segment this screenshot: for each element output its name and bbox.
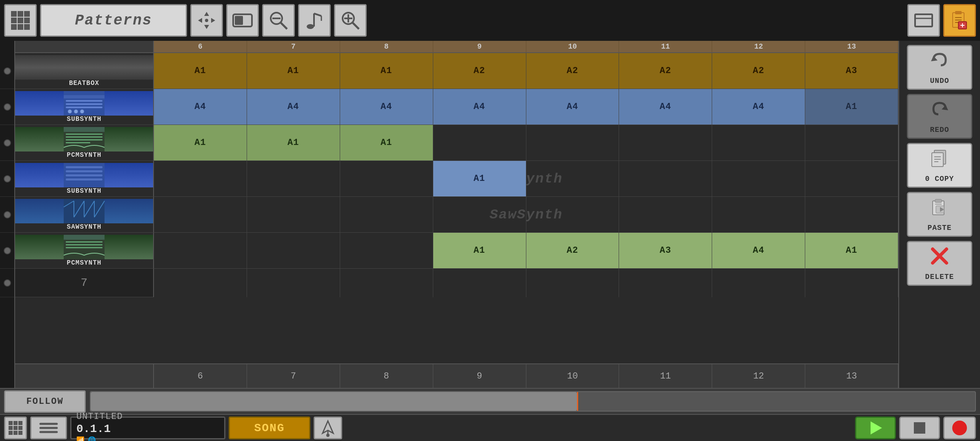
track-cell[interactable] bbox=[712, 269, 805, 297]
track-cell[interactable] bbox=[154, 197, 247, 232]
ruler-cell-7: 12 bbox=[712, 41, 805, 52]
track-content-beatbox: A1 A1 A1 A2 A2 A2 A2 A3 bbox=[154, 53, 898, 89]
track-cell[interactable] bbox=[619, 269, 712, 297]
track-cell[interactable] bbox=[526, 125, 619, 160]
track-cell[interactable]: A1 bbox=[154, 125, 247, 160]
svg-rect-65 bbox=[64, 235, 105, 240]
track-cell[interactable]: A4 bbox=[247, 89, 340, 125]
track-cell[interactable]: A3 bbox=[805, 53, 898, 89]
track-label-empty[interactable]: 7 bbox=[15, 269, 154, 297]
grid-view-button[interactable] bbox=[4, 4, 37, 37]
track-cell[interactable]: A1 bbox=[247, 53, 340, 89]
track-cell[interactable]: A2 bbox=[526, 233, 619, 268]
note-button[interactable] bbox=[298, 4, 331, 37]
stop-button[interactable] bbox=[899, 416, 940, 439]
right-panel: Undo Redo 0 COPY bbox=[898, 41, 980, 388]
track-cell[interactable] bbox=[154, 269, 247, 297]
track-cell[interactable] bbox=[433, 197, 526, 232]
track-cell[interactable] bbox=[526, 197, 619, 232]
track-cell[interactable]: A2 bbox=[433, 53, 526, 89]
move-button[interactable] bbox=[190, 4, 223, 37]
track-label-subsynth2[interactable]: SubSynth bbox=[15, 161, 154, 196]
track-cell[interactable] bbox=[712, 161, 805, 196]
track-cell[interactable] bbox=[526, 269, 619, 297]
measure-6: 6 bbox=[154, 364, 247, 388]
patterns-button[interactable]: Patterns bbox=[40, 4, 187, 37]
track-cell[interactable]: A3 bbox=[619, 233, 712, 268]
track-cell[interactable] bbox=[154, 233, 247, 268]
track-cell[interactable] bbox=[433, 269, 526, 297]
track-cell[interactable]: A1 bbox=[154, 53, 247, 89]
track-cell[interactable] bbox=[433, 125, 526, 160]
track-cell[interactable] bbox=[247, 269, 340, 297]
track-cell[interactable] bbox=[619, 161, 712, 196]
play-button[interactable] bbox=[855, 416, 896, 439]
follow-track[interactable] bbox=[90, 391, 976, 412]
track-cell[interactable] bbox=[340, 233, 433, 268]
song-editor: 6 7 8 9 10 11 12 13 bbox=[14, 41, 898, 388]
track-cell[interactable]: A4 bbox=[340, 89, 433, 125]
track-cell[interactable] bbox=[247, 197, 340, 232]
track-cell[interactable]: A1 bbox=[247, 125, 340, 160]
track-cell[interactable] bbox=[805, 161, 898, 196]
project-info[interactable]: Untitled 0.1.1 📶 🌐 bbox=[70, 416, 225, 439]
svg-rect-46 bbox=[64, 127, 105, 132]
delete-button[interactable]: Delete bbox=[907, 241, 972, 286]
record-button[interactable] bbox=[943, 416, 976, 439]
song-mode-button[interactable]: Song bbox=[229, 416, 310, 439]
track-cell[interactable] bbox=[154, 161, 247, 196]
track-cell[interactable]: A4 bbox=[526, 89, 619, 125]
menu-button[interactable] bbox=[30, 416, 67, 439]
track-cell[interactable]: A4 bbox=[712, 89, 805, 125]
track-cell[interactable]: A4 bbox=[433, 89, 526, 125]
track-cell[interactable]: A1 bbox=[340, 125, 433, 160]
track-cell[interactable] bbox=[805, 197, 898, 232]
track-cell[interactable] bbox=[340, 161, 433, 196]
track-label-pcmsynth1[interactable]: PCMSynth bbox=[15, 125, 154, 160]
track-cell[interactable] bbox=[712, 197, 805, 232]
track-cell[interactable] bbox=[805, 125, 898, 160]
track-cell[interactable]: A4 bbox=[619, 89, 712, 125]
track-cell[interactable]: A1 bbox=[805, 233, 898, 268]
track-cell[interactable] bbox=[526, 161, 619, 196]
svg-point-44 bbox=[80, 109, 84, 114]
measure-num-row: 6 7 8 9 10 11 12 13 bbox=[154, 364, 898, 388]
undo-button[interactable]: Undo bbox=[907, 45, 972, 90]
measure-11: 11 bbox=[619, 364, 712, 388]
track-cell[interactable] bbox=[619, 125, 712, 160]
track-label-subsynth1[interactable]: SubSynth bbox=[15, 89, 154, 125]
track-cell[interactable]: A1 bbox=[805, 89, 898, 125]
track-cell[interactable]: A4 bbox=[712, 233, 805, 268]
track-cell[interactable] bbox=[340, 269, 433, 297]
zoom-in-button[interactable] bbox=[334, 4, 367, 37]
track-cell[interactable]: A1 bbox=[433, 233, 526, 268]
track-cell[interactable] bbox=[619, 197, 712, 232]
track-cell[interactable] bbox=[805, 269, 898, 297]
track-cell[interactable]: A2 bbox=[619, 53, 712, 89]
track-cell[interactable] bbox=[247, 161, 340, 196]
toggle-button[interactable] bbox=[226, 4, 259, 37]
track-label-sawsynth[interactable]: SawSynth bbox=[15, 197, 154, 232]
svg-marker-12 bbox=[211, 18, 215, 23]
redo-button[interactable]: Redo bbox=[907, 94, 972, 139]
track-cell[interactable]: A2 bbox=[526, 53, 619, 89]
follow-button[interactable]: Follow bbox=[4, 390, 86, 413]
track-cell[interactable]: A2 bbox=[712, 53, 805, 89]
track-cell[interactable] bbox=[712, 125, 805, 160]
track-label-pcmsynth2[interactable]: PCMSynth bbox=[15, 233, 154, 268]
window-button[interactable] bbox=[907, 4, 940, 37]
svg-marker-9 bbox=[204, 12, 209, 16]
tuner-button[interactable] bbox=[314, 416, 342, 439]
track-cell[interactable]: A1 bbox=[433, 161, 526, 196]
clipboard-button[interactable] bbox=[943, 4, 976, 37]
track-name-pcmsynth1: PCMSynth bbox=[67, 151, 102, 159]
track-cell[interactable]: A1 bbox=[340, 53, 433, 89]
copy-button[interactable]: 0 COPY bbox=[907, 143, 972, 188]
paste-button[interactable]: Paste bbox=[907, 192, 972, 237]
pattern-grid-button[interactable] bbox=[4, 416, 27, 439]
track-label-beatbox[interactable]: BeatBox bbox=[15, 53, 154, 89]
track-cell[interactable] bbox=[247, 233, 340, 268]
track-cell[interactable] bbox=[340, 197, 433, 232]
zoom-out-button[interactable] bbox=[262, 4, 295, 37]
track-cell[interactable]: A4 bbox=[154, 89, 247, 125]
